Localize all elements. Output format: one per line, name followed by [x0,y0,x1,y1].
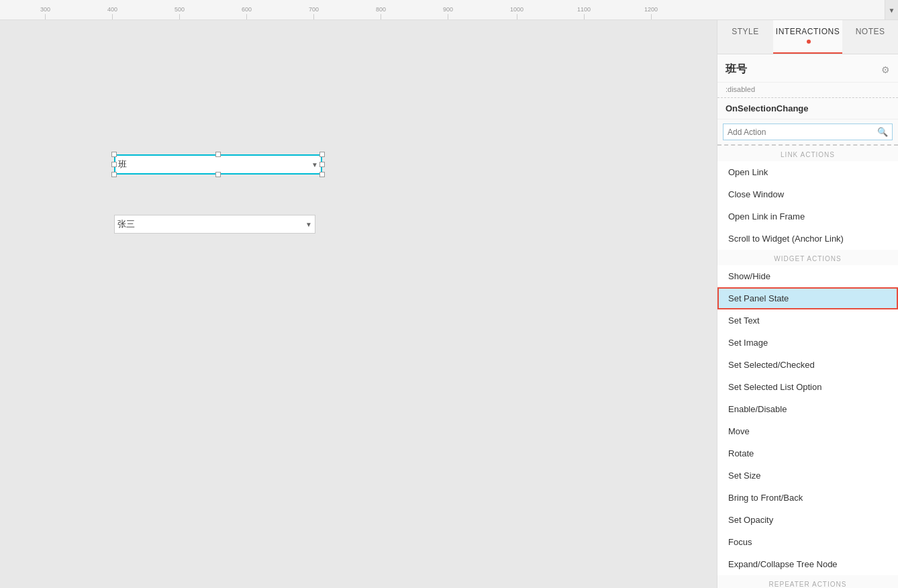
action-set-selected-checked[interactable]: Set Selected/Checked [717,354,898,376]
ruler-ticks: 300400500600700800900100011001200 [0,0,898,19]
main-layout: 班 张三 STYLE [0,20,898,588]
action-set-panel-state[interactable]: Set Panel State [717,287,898,309]
panel-tabs: STYLE INTERACTIONS NOTES [717,20,898,54]
ruler-tick: 700 [309,6,319,19]
widget-name-row: 班号 ⚙ [717,54,898,83]
action-scroll-to-widget[interactable]: Scroll to Widget (Anchor Link) [717,228,898,250]
interactions-dot [807,40,811,44]
section-widget-actions: WIDGET ACTIONS [717,250,898,265]
action-close-window[interactable]: Close Window [717,183,898,205]
tab-style[interactable]: STYLE [717,20,773,54]
selected-dropdown-input[interactable]: 班 [114,154,322,175]
action-expand-collapse-tree-node[interactable]: Expand/Collapse Tree Node [717,553,898,575]
action-set-image[interactable]: Set Image [717,332,898,354]
event-row: OnSelectionChange [717,98,898,119]
tab-interactions[interactable]: INTERACTIONS [773,20,842,54]
add-action-input[interactable] [728,128,875,137]
widget-container: 班 张三 [114,154,322,234]
action-open-link-in-frame[interactable]: Open Link in Frame [717,205,898,228]
interactions-tab-label: INTERACTIONS [776,27,840,36]
action-rotate[interactable]: Rotate [717,442,898,464]
action-set-text[interactable]: Set Text [717,309,898,332]
widget-settings-icon[interactable]: ⚙ [881,64,890,75]
section-link-actions: LINK ACTIONS [717,146,898,161]
action-bring-to-front-back[interactable]: Bring to Front/Back [717,487,898,509]
ruler-tick: 1000 [510,6,523,19]
action-set-size[interactable]: Set Size [717,464,898,487]
ruler-tick: 800 [376,6,386,19]
right-panel: STYLE INTERACTIONS NOTES 班号 ⚙ :disabled … [717,20,898,588]
action-set-opacity[interactable]: Set Opacity [717,509,898,531]
add-action-row: 🔍 [717,119,898,146]
section-repeater-actions: REPEATER ACTIONS [717,575,898,588]
normal-dropdown-widget[interactable]: 张三 [114,215,315,234]
add-action-input-wrapper[interactable]: 🔍 [723,124,893,140]
ruler-tick: 300 [40,6,50,19]
ruler-tick: 600 [242,6,252,19]
ruler-tick: 500 [174,6,185,19]
ruler-expand-icon[interactable]: ▼ [885,0,898,20]
search-icon: 🔍 [877,127,888,137]
action-move[interactable]: Move [717,420,898,442]
disabled-tag: :disabled [717,83,898,98]
selected-dropdown-widget[interactable]: 班 [114,154,322,175]
canvas-area[interactable]: 班 张三 [0,20,717,588]
actions-list[interactable]: LINK ACTIONS Open Link Close Window Open… [717,146,898,588]
action-set-selected-list-option[interactable]: Set Selected List Option [717,376,898,398]
ruler: 300400500600700800900100011001200 ▼ [0,0,898,20]
ruler-tick: 1100 [577,6,591,19]
tab-notes[interactable]: NOTES [842,20,898,54]
action-focus[interactable]: Focus [717,531,898,553]
action-open-link[interactable]: Open Link [717,161,898,183]
ruler-tick: 1200 [644,6,658,19]
dropdown-label-1: 班 [118,158,127,170]
dropdown-label-2: 张三 [117,218,135,230]
ruler-tick: 900 [443,6,453,19]
action-enable-disable[interactable]: Enable/Disable [717,398,898,420]
ruler-tick: 400 [107,6,117,19]
widget-name: 班号 [726,62,747,77]
action-show-hide[interactable]: Show/Hide [717,265,898,287]
